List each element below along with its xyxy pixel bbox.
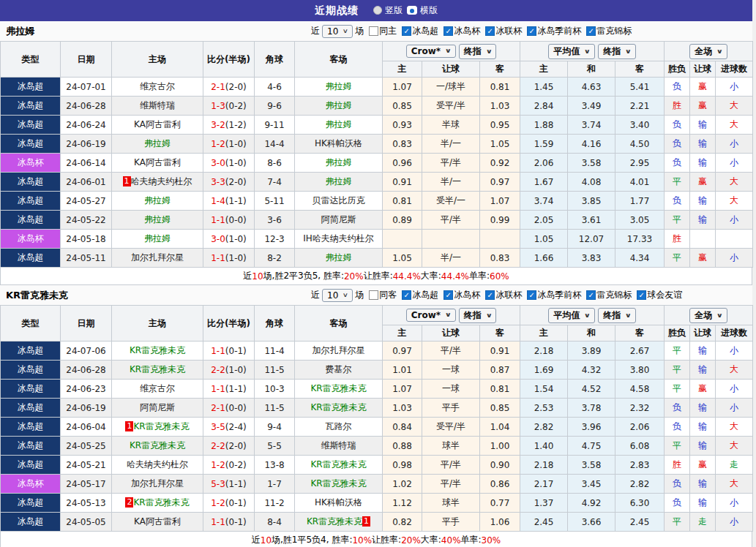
away-team-name: KR雷克雅未克 <box>310 459 366 469</box>
away-team-cell[interactable]: KR雷克雅未克 <box>295 380 383 399</box>
home-team-cell[interactable]: KR雷克雅未克 <box>112 342 203 361</box>
avg-home: 2.45 <box>520 513 568 532</box>
home-team-cell[interactable]: KA阿古雷利 <box>112 116 203 135</box>
home-team-cell[interactable]: KA阿古雷利 <box>112 513 203 532</box>
score-cell[interactable]: 5-3(1-1) <box>203 475 255 494</box>
home-team-cell[interactable]: 1哈夫纳夫约杜尔 <box>112 173 203 192</box>
layout-radio-vertical[interactable]: 竖版 <box>373 4 403 17</box>
score-cell[interactable]: 3-2(1-2) <box>203 116 255 135</box>
home-team-cell[interactable]: 弗拉姆 <box>112 230 203 249</box>
away-team-cell[interactable]: 瓦路尔 <box>295 418 383 437</box>
score-cell[interactable]: 1-1(0-1) <box>203 342 255 361</box>
score-cell[interactable]: 1-1(0-1) <box>203 513 255 532</box>
score-cell[interactable]: 1-2(0-1) <box>203 494 255 513</box>
away-team-cell[interactable]: KR雷克雅未克1 <box>295 513 383 532</box>
same-venue-checkbox[interactable]: 同客 <box>369 289 397 301</box>
games-count-select[interactable]: 10∨ <box>322 25 353 38</box>
odds-handicap: 球半 <box>422 437 480 456</box>
league-checkbox-3[interactable]: ✓冰岛季前杯 <box>527 25 581 37</box>
score-cell[interactable]: 3-0(1-0) <box>203 154 255 173</box>
league-checkbox-0[interactable]: ✓冰岛超 <box>402 289 438 301</box>
odds-home: 1.02 <box>383 475 422 494</box>
odds-handicap: 半/一 <box>422 173 480 192</box>
average-select[interactable]: 平均值∨ <box>548 308 595 323</box>
league-checkbox-4[interactable]: ✓雷克锦标 <box>586 25 632 37</box>
score-cell[interactable]: 2-1(0-0) <box>203 399 255 418</box>
home-team-cell[interactable]: 维斯特瑞 <box>112 97 203 116</box>
odds-away: 0.92 <box>480 154 520 173</box>
away-team-cell[interactable]: 加尔扎拜尔星 <box>295 342 383 361</box>
away-team-cell[interactable]: HK科帕沃格 <box>295 494 383 513</box>
halftime-score: (1-1) <box>225 479 247 489</box>
bookmaker-select[interactable]: Crow*∨ <box>406 45 456 58</box>
home-team-cell[interactable]: 弗拉姆 <box>112 135 203 154</box>
away-team-cell[interactable]: 弗拉姆 <box>295 173 383 192</box>
away-team-cell[interactable]: 弗拉姆 <box>295 116 383 135</box>
halftime-score: (1-0) <box>225 234 247 244</box>
away-team-cell[interactable]: 阿简尼斯 <box>295 211 383 230</box>
odds-away: 1.07 <box>480 192 520 211</box>
away-team-cell[interactable]: 贝雷达比历克 <box>295 192 383 211</box>
chevron-down-icon: ∨ <box>716 48 723 55</box>
away-team-cell[interactable]: KR雷克雅未克 <box>295 475 383 494</box>
score-cell[interactable]: 1-2(0-2) <box>203 456 255 475</box>
home-team-cell[interactable]: 1KR雷克雅未克 <box>112 418 203 437</box>
home-team-cell[interactable]: KR雷克雅未克 <box>112 437 203 456</box>
home-team-cell[interactable]: 加尔扎拜尔星 <box>112 249 203 268</box>
odds-away: 1.05 <box>480 135 520 154</box>
home-team-cell[interactable]: 维京古尔 <box>112 380 203 399</box>
layout-radio-horizontal[interactable]: 横版 <box>407 4 438 17</box>
final-index-select-b[interactable]: 终指∨ <box>598 44 636 59</box>
away-team-cell[interactable]: 费基尔 <box>295 361 383 380</box>
home-team-cell[interactable]: KR雷克雅未克 <box>112 361 203 380</box>
away-team-cell[interactable]: 维斯特瑞 <box>295 437 383 456</box>
home-team-cell[interactable]: 弗拉姆 <box>112 211 203 230</box>
bookmaker-select[interactable]: Crow*∨ <box>406 309 456 322</box>
same-venue-checkbox[interactable]: 同主 <box>369 25 397 37</box>
average-select[interactable]: 平均值∨ <box>548 44 595 59</box>
home-team-cell[interactable]: 阿简尼斯 <box>112 399 203 418</box>
away-team-cell[interactable]: IH哈夫纳夫约杜尔 <box>295 230 383 249</box>
score-cell[interactable]: 1-2(1-0) <box>203 135 255 154</box>
away-team-cell[interactable]: 弗拉姆 <box>295 78 383 97</box>
away-team-cell[interactable]: 弗拉姆 <box>295 97 383 116</box>
score-cell[interactable]: 1-1(0-0) <box>203 211 255 230</box>
league-checkbox-1[interactable]: ✓冰岛杯 <box>444 289 480 301</box>
score-cell[interactable]: 2-2(2-0) <box>203 437 255 456</box>
league-checkbox-4[interactable]: ✓雷克锦标 <box>586 289 632 301</box>
away-team-cell[interactable]: 弗拉姆 <box>295 154 383 173</box>
away-team-cell[interactable]: KR雷克雅未克 <box>295 456 383 475</box>
league-checkbox-5[interactable]: ✓球会友谊 <box>637 289 682 301</box>
games-count-select[interactable]: 10∨ <box>322 289 353 302</box>
away-team-cell[interactable]: HK科帕沃格 <box>295 135 383 154</box>
league-checkbox-2[interactable]: ✓冰联杯 <box>485 289 522 301</box>
score-cell[interactable]: 1-3(0-2) <box>203 97 255 116</box>
home-team-cell[interactable]: 加尔扎拜尔星 <box>112 475 203 494</box>
score-cell[interactable]: 3-5(2-4) <box>203 418 255 437</box>
away-team-cell[interactable]: 弗拉姆 <box>295 249 383 268</box>
result-goals: 走 <box>716 456 753 475</box>
fulltime-select[interactable]: 全场∨ <box>689 44 727 59</box>
score-cell[interactable]: 2-1(2-0) <box>203 78 255 97</box>
score-cell[interactable]: 2-2(1-0) <box>203 361 255 380</box>
league-checkbox-2[interactable]: ✓冰联杯 <box>485 25 522 37</box>
league-checkbox-3[interactable]: ✓冰岛季前杯 <box>527 289 581 301</box>
score-cell[interactable]: 3-0(1-0) <box>203 230 255 249</box>
league-checkbox-0[interactable]: ✓冰岛超 <box>402 25 438 37</box>
away-team-cell[interactable]: KR雷克雅未克 <box>295 399 383 418</box>
home-team-cell[interactable]: 哈夫纳夫约杜尔 <box>112 456 203 475</box>
final-index-select-a[interactable]: 终指∨ <box>459 44 497 59</box>
sub-header-odds-1: 让球 <box>422 325 480 342</box>
final-index-select-b[interactable]: 终指∨ <box>598 308 636 323</box>
score-cell[interactable]: 3-3(2-0) <box>203 173 255 192</box>
score-cell[interactable]: 1-4(1-1) <box>203 192 255 211</box>
home-team-cell[interactable]: 弗拉姆 <box>112 192 203 211</box>
final-index-select-a[interactable]: 终指∨ <box>459 308 497 323</box>
score-cell[interactable]: 1-1(1-0) <box>203 249 255 268</box>
home-team-cell[interactable]: 2KR雷克雅未克 <box>112 494 203 513</box>
home-team-cell[interactable]: 维京古尔 <box>112 78 203 97</box>
fulltime-select[interactable]: 全场∨ <box>689 308 727 323</box>
home-team-cell[interactable]: KA阿古雷利 <box>112 154 203 173</box>
score-cell[interactable]: 1-1(1-1) <box>203 380 255 399</box>
league-checkbox-1[interactable]: ✓冰岛杯 <box>444 25 480 37</box>
